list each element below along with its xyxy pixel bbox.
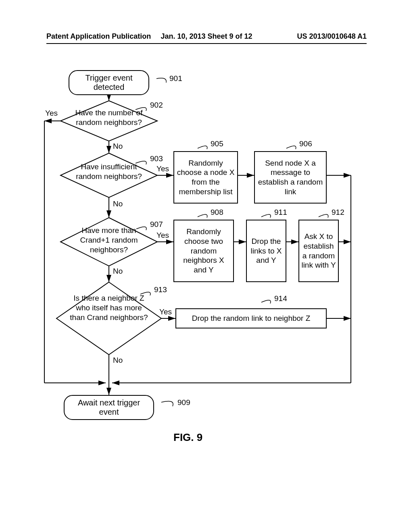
header-left: Patent Application Publication [46,32,151,41]
ref-902: 902 [150,101,163,110]
ref-911: 911 [274,208,287,217]
node-905-process: Randomly choose a node X from the member… [173,151,238,204]
node-909-terminator: Await next trigger event [64,395,154,420]
node-901-text: Trigger event detected [85,73,132,91]
edge-913-no: No [113,356,123,365]
node-912-text: Ask X to establish a random link with Y [301,232,336,270]
ref-908: 908 [211,208,223,217]
node-901-terminator: Trigger event detected [69,70,149,95]
node-906-process: Send node X a message to establish a ran… [254,151,327,204]
node-914-process: Drop the random link to neighbor Z [175,308,327,328]
node-914-text: Drop the random link to neighbor Z [192,314,311,323]
node-902-text: Have the number of random neighbors? [69,108,149,127]
page: Patent Application Publication Jan. 10, … [0,0,413,532]
edge-907-no: No [113,267,123,276]
ref-905: 905 [211,139,223,148]
edge-902-yes: Yes [45,109,58,118]
node-906-text: Send node X a message to establish a ran… [257,158,324,197]
ref-906: 906 [299,139,312,148]
node-909-text: Await next trigger event [78,398,140,416]
node-907-text: Have more than Crand+1 random neighbors? [69,226,149,254]
ref-903: 903 [150,154,163,163]
edge-903-yes: Yes [156,164,169,173]
ref-901: 901 [169,74,182,83]
node-908-process: Randomly choose two random neighbors X a… [173,220,234,282]
edge-907-yes: Yes [156,231,169,240]
ref-912: 912 [332,208,344,217]
node-908-text: Randomly choose two random neighbors X a… [176,227,232,275]
node-912-process: Ask X to establish a random link with Y [298,220,339,282]
node-911-process: Drop the links to X and Y [246,220,286,282]
ref-907: 907 [150,220,163,229]
edge-902-no: No [113,142,123,151]
ref-914: 914 [274,294,287,303]
node-905-text: Randomly choose a node X from the member… [176,158,236,197]
page-header: Patent Application Publication Jan. 10, … [46,32,367,44]
figure-caption: FIG. 9 [173,431,202,444]
flowchart-canvas: Trigger event detected 901 Have the numb… [36,60,377,504]
ref-913: 913 [154,285,167,294]
header-mid: Jan. 10, 2013 Sheet 9 of 12 [161,32,252,41]
edge-913-yes: Yes [159,308,172,316]
node-911-text: Drop the links to X and Y [248,237,284,265]
node-903-text: Have insufficient random neighbors? [69,162,149,181]
header-right: US 2013/0010648 A1 [297,32,367,41]
edge-903-no: No [113,200,123,208]
node-913-text: Is there a neighbor Z who itself has mor… [69,293,149,322]
ref-909: 909 [177,398,190,407]
